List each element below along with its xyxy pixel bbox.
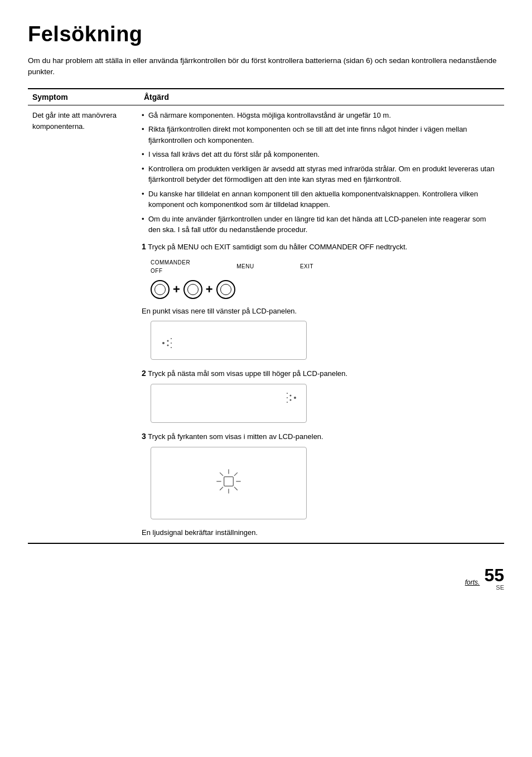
- svg-point-4: [171, 343, 172, 344]
- plus-icon-2: +: [206, 283, 213, 296]
- step1-number: 1: [142, 242, 146, 251]
- lcd-panel-1: [151, 321, 307, 360]
- menu-inner-circle: [187, 284, 199, 295]
- svg-rect-20: [224, 477, 234, 486]
- svg-line-16: [220, 472, 223, 476]
- intro-paragraph: Om du har problem att ställa in eller an…: [28, 55, 504, 78]
- commander-off-button: [151, 280, 170, 299]
- page-title: Felsökning: [28, 22, 504, 46]
- plus-icon-1: +: [173, 283, 180, 296]
- lcd-panel-2: [151, 384, 307, 423]
- button-labels: COMMANDER OFF MENU EXIT: [151, 258, 500, 276]
- svg-line-17: [234, 487, 238, 490]
- svg-point-9: [287, 393, 288, 394]
- svg-point-11: [287, 402, 288, 403]
- step1-text: Tryck på MENU och EXIT samtidigt som du …: [148, 243, 407, 251]
- exit-label: EXIT: [284, 262, 329, 271]
- list-item: Du kanske har tilldelat en annan kompone…: [142, 189, 500, 210]
- step1: 1 Tryck på MENU och EXIT samtidigt som d…: [142, 241, 500, 253]
- troubleshoot-table: Symptom Åtgärd Det går inte att manövrer…: [28, 88, 504, 544]
- menu-label: MENU: [223, 262, 268, 271]
- svg-point-3: [171, 338, 172, 339]
- sun-icon: [215, 467, 243, 499]
- svg-line-19: [220, 487, 223, 490]
- svg-line-18: [234, 472, 238, 476]
- symptom-cell: Det går inte att manövrera komponenterna…: [28, 105, 139, 543]
- svg-point-6: [294, 397, 296, 399]
- confirm-text: En ljudsignal bekräftar inställningen.: [142, 527, 500, 538]
- step2-text: Tryck på nästa mål som visas uppe till h…: [148, 369, 347, 378]
- svg-point-8: [290, 399, 292, 401]
- step2: 2 Tryck på nästa mål som visas uppe till…: [142, 368, 500, 379]
- forts-link: forts.: [465, 578, 480, 586]
- svg-point-7: [290, 395, 292, 397]
- list-item: I vissa fall krävs det att du först slår…: [142, 149, 500, 160]
- list-item: Gå närmare komponenten. Högsta möjliga k…: [142, 110, 500, 121]
- buttons-row: + +: [151, 280, 500, 299]
- action-cell: Gå närmare komponenten. Högsta möjliga k…: [139, 105, 504, 543]
- symptom-text: Det går inte att manövrera komponenterna…: [32, 111, 117, 131]
- svg-point-2: [167, 345, 169, 346]
- dots-top-right: [278, 390, 298, 407]
- step2-number: 2: [142, 369, 146, 378]
- symptom-header: Symptom: [28, 89, 139, 105]
- exit-inner-circle: [220, 284, 231, 295]
- list-item: Kontrollera om produkten verkligen är av…: [142, 163, 500, 185]
- dots-bottom-left: [160, 335, 180, 353]
- bullet-list: Gå närmare komponenten. Högsta möjliga k…: [142, 110, 500, 235]
- exit-button: [216, 280, 235, 299]
- step3-number: 3: [142, 432, 146, 441]
- action-header: Åtgärd: [139, 89, 504, 105]
- lcd1-caption: En punkt visas nere till vänster på LCD-…: [142, 306, 500, 317]
- commander-inner-circle: [154, 284, 166, 295]
- footer: forts. 55 SE: [28, 561, 504, 591]
- step3: 3 Tryck på fyrkanten som visas i mitten …: [142, 431, 500, 442]
- svg-point-1: [167, 340, 169, 342]
- svg-point-5: [171, 347, 172, 348]
- svg-point-0: [162, 342, 165, 344]
- commander-label: COMMANDER OFF: [151, 258, 195, 276]
- list-item: Rikta fjärrkontrollen direkt mot kompone…: [142, 124, 500, 146]
- page-number-block: 55 SE: [484, 566, 504, 591]
- step3-text: Tryck på fyrkanten som visas i mitten av…: [148, 432, 323, 441]
- list-item: Om du inte använder fjärrkontrollen unde…: [142, 214, 500, 235]
- button-diagram: COMMANDER OFF MENU EXIT +: [151, 258, 500, 299]
- page-number: 55: [484, 566, 504, 584]
- svg-point-10: [287, 397, 288, 398]
- menu-button: [183, 280, 202, 299]
- lcd-panel-3: [151, 447, 307, 519]
